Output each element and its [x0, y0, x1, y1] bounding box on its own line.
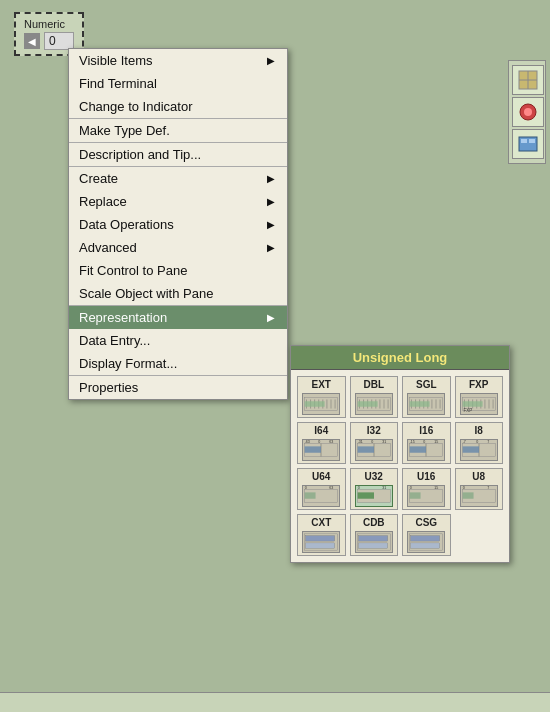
svg-rect-6: [521, 139, 527, 143]
repr-cell-i32[interactable]: I32-31310: [350, 422, 399, 464]
menu-item-label: Properties: [79, 380, 275, 395]
menu-item-properties[interactable]: Properties: [69, 375, 287, 399]
svg-rect-69: [462, 446, 478, 452]
repr-cell-empty: [455, 514, 504, 556]
submenu-arrow-icon: ▶: [267, 55, 275, 66]
svg-rect-17: [305, 401, 325, 406]
svg-rect-37: [410, 401, 430, 406]
svg-text:0: 0: [357, 486, 359, 490]
repr-grid: EXTDBLSGLFXPFXPI64-63630I32-31310I16-151…: [291, 370, 509, 562]
bottom-bar: [0, 692, 550, 712]
repr-cell-icon: -770: [460, 439, 498, 461]
repr-cell-cxt[interactable]: CXT: [297, 514, 346, 556]
svg-rect-94: [358, 543, 387, 548]
menu-item-replace[interactable]: Replace▶: [69, 190, 287, 213]
repr-cell-icon: 063: [302, 485, 340, 507]
menu-item-visible-items[interactable]: Visible Items▶: [69, 49, 287, 72]
toolbar-button-1[interactable]: [512, 65, 544, 95]
repr-cell-ext[interactable]: EXT: [297, 376, 346, 418]
repr-cell-sgl[interactable]: SGL: [402, 376, 451, 418]
menu-item-find-terminal[interactable]: Find Terminal: [69, 72, 287, 95]
svg-rect-93: [358, 536, 387, 541]
menu-item-label: Replace: [79, 194, 259, 209]
submenu-arrow-icon: ▶: [267, 173, 275, 184]
repr-cell-label: I16: [419, 425, 433, 437]
repr-cell-u32[interactable]: U32031: [350, 468, 399, 510]
repr-cell-icon: 031: [355, 485, 393, 507]
svg-rect-47: [462, 401, 482, 406]
repr-cell-label: CSG: [415, 517, 437, 529]
repr-cell-i64[interactable]: I64-63630: [297, 422, 346, 464]
repr-cell-i8[interactable]: I8-770: [455, 422, 504, 464]
svg-rect-57: [357, 446, 373, 452]
repr-cell-label: EXT: [312, 379, 331, 391]
menu-item-representation[interactable]: Representation▶: [69, 305, 287, 329]
repr-cell-cdb[interactable]: CDB: [350, 514, 399, 556]
svg-rect-63: [410, 446, 426, 452]
repr-cell-icon: [407, 531, 445, 553]
submenu-arrow-icon: ▶: [267, 312, 275, 323]
svg-text:31: 31: [382, 440, 386, 444]
svg-rect-90: [306, 536, 335, 541]
svg-text:15: 15: [434, 486, 438, 490]
repr-cell-icon: [355, 531, 393, 553]
repr-cell-label: I8: [475, 425, 483, 437]
repr-cell-i16[interactable]: I16-15150: [402, 422, 451, 464]
menu-item-display-format---[interactable]: Display Format...: [69, 352, 287, 375]
menu-item-create[interactable]: Create▶: [69, 166, 287, 190]
toolbar-button-2[interactable]: [512, 97, 544, 127]
svg-text:0: 0: [462, 486, 464, 490]
menu-item-scale-object-with-pane[interactable]: Scale Object with Pane: [69, 282, 287, 305]
menu-item-data-operations[interactable]: Data Operations▶: [69, 213, 287, 236]
menu-item-data-entry---[interactable]: Data Entry...: [69, 329, 287, 352]
toolbar-button-3[interactable]: [512, 129, 544, 159]
svg-point-4: [524, 108, 532, 116]
svg-rect-27: [357, 401, 377, 406]
repr-cell-label: CDB: [363, 517, 385, 529]
menu-item-fit-control-to-pane[interactable]: Fit Control to Pane: [69, 259, 287, 282]
svg-rect-86: [462, 492, 473, 498]
menu-item-make-type-def-[interactable]: Make Type Def.: [69, 118, 287, 142]
repr-cell-icon: -63630: [302, 439, 340, 461]
repr-cell-csg[interactable]: CSG: [402, 514, 451, 556]
svg-text:31: 31: [382, 486, 386, 490]
repr-cell-dbl[interactable]: DBL: [350, 376, 399, 418]
menu-item-label: Find Terminal: [79, 76, 275, 91]
menu-item-label: Fit Control to Pane: [79, 263, 275, 278]
svg-rect-7: [529, 139, 535, 143]
repr-cell-label: CXT: [311, 517, 331, 529]
svg-rect-74: [305, 492, 316, 498]
repr-cell-u64[interactable]: U64063: [297, 468, 346, 510]
svg-text:0: 0: [424, 440, 426, 444]
svg-text:63: 63: [329, 486, 333, 490]
repr-cell-fxp[interactable]: FXPFXP: [455, 376, 504, 418]
submenu-arrow-icon: ▶: [267, 196, 275, 207]
menu-item-label: Display Format...: [79, 356, 275, 371]
menu-item-change-to-indicator[interactable]: Change to Indicator: [69, 95, 287, 118]
svg-text:-31: -31: [357, 440, 362, 444]
repr-cell-icon: -15150: [407, 439, 445, 461]
menu-item-label: Change to Indicator: [79, 99, 275, 114]
repr-cell-label: I32: [367, 425, 381, 437]
context-menu: Visible Items▶Find TerminalChange to Ind…: [68, 48, 288, 400]
repr-cell-label: U16: [417, 471, 435, 483]
repr-cell-u8[interactable]: U807: [455, 468, 504, 510]
svg-text:7: 7: [487, 486, 489, 490]
svg-text:FXP: FXP: [463, 408, 472, 413]
menu-item-label: Representation: [79, 310, 259, 325]
svg-rect-97: [411, 543, 440, 548]
menu-item-label: Description and Tip...: [79, 147, 275, 162]
svg-rect-91: [306, 543, 335, 548]
menu-item-description-and-tip---[interactable]: Description and Tip...: [69, 142, 287, 166]
repr-cell-label: I64: [314, 425, 328, 437]
repr-cell-label: DBL: [363, 379, 384, 391]
menu-item-advanced[interactable]: Advanced▶: [69, 236, 287, 259]
svg-text:0: 0: [410, 486, 412, 490]
repr-cell-u16[interactable]: U16015: [402, 468, 451, 510]
svg-text:0: 0: [305, 486, 307, 490]
svg-text:0: 0: [371, 440, 373, 444]
repr-submenu-title: Unsigned Long: [291, 346, 509, 370]
menu-item-label: Visible Items: [79, 53, 259, 68]
menu-item-label: Advanced: [79, 240, 259, 255]
repr-cell-label: FXP: [469, 379, 488, 391]
